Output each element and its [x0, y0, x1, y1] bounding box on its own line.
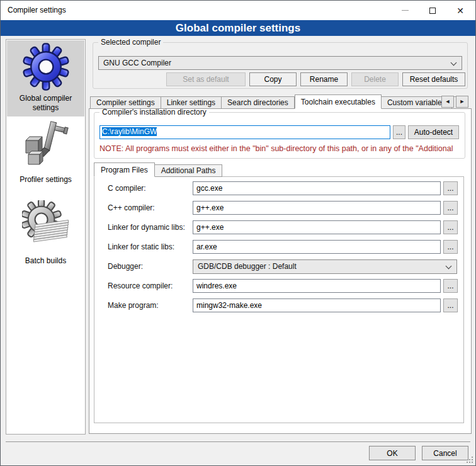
program-files-page: C compiler: ... C++ compiler: ... Linker…: [94, 176, 464, 423]
reset-defaults-button[interactable]: Reset defaults: [402, 72, 465, 86]
sidebar: Global compiler settings: [6, 39, 86, 435]
resource-compiler-browse-button[interactable]: ...: [443, 279, 458, 293]
sidebar-item-global-compiler-settings[interactable]: Global compiler settings: [7, 40, 84, 116]
auto-detect-button[interactable]: Auto-detect: [408, 125, 459, 139]
debugger-select[interactable]: GDB/CDB debugger : Default: [193, 259, 457, 274]
sidebar-item-label: Batch builds: [7, 256, 84, 266]
resize-grip-icon[interactable]: [467, 457, 473, 463]
close-button[interactable]: ✕: [446, 1, 474, 20]
tab-toolchain-executables[interactable]: Toolchain executables: [295, 94, 382, 109]
cpp-compiler-browse-button[interactable]: ...: [443, 201, 458, 215]
footer-divider: [6, 441, 470, 442]
resource-compiler-label: Resource compiler:: [108, 279, 173, 293]
cpp-compiler-label: C++ compiler:: [108, 201, 155, 215]
ok-button[interactable]: OK: [369, 446, 416, 460]
sidebar-item-label: Global compiler settings: [7, 94, 84, 113]
toolchain-executables-page: Compiler's installation directory C:\ray…: [89, 108, 472, 434]
c-compiler-input[interactable]: [193, 181, 441, 195]
caliper-icon: [22, 119, 70, 167]
install-dir-group: Compiler's installation directory C:\ray…: [94, 112, 465, 159]
selected-compiler-group: Selected compiler GNU GCC Compiler Set a…: [93, 42, 468, 89]
resource-compiler-input[interactable]: [193, 279, 441, 293]
maximize-icon: [429, 8, 436, 14]
linker-dynamic-label: Linker for dynamic libs:: [108, 220, 185, 234]
c-compiler-browse-button[interactable]: ...: [443, 181, 458, 195]
tab-scroll-right-button[interactable]: ►: [456, 96, 468, 108]
make-program-input[interactable]: [193, 298, 441, 312]
linker-static-input[interactable]: [193, 240, 441, 254]
window-title: Compiler settings: [8, 1, 66, 20]
make-program-label: Make program:: [108, 298, 159, 312]
window-titlebar: Compiler settings ✕: [1, 1, 475, 20]
linker-static-label: Linker for static libs:: [108, 240, 174, 254]
rename-button[interactable]: Rename: [300, 72, 348, 86]
linker-dynamic-input[interactable]: [193, 220, 441, 234]
linker-dynamic-browse-button[interactable]: ...: [443, 220, 458, 234]
gear-stack-icon: [22, 200, 70, 248]
gear-blue-icon: [22, 43, 70, 91]
copy-button[interactable]: Copy: [249, 72, 297, 86]
tab-compiler-settings[interactable]: Compiler settings: [90, 96, 161, 109]
subtab-program-files[interactable]: Program Files: [94, 162, 155, 177]
tab-search-directories[interactable]: Search directories: [222, 96, 295, 109]
make-program-browse-button[interactable]: ...: [443, 298, 458, 312]
c-compiler-label: C compiler:: [108, 181, 146, 195]
install-dir-input[interactable]: C:\raylib\MinGW: [99, 125, 390, 139]
selected-compiler-group-label: Selected compiler: [98, 38, 163, 47]
subtab-additional-paths[interactable]: Additional Paths: [155, 164, 223, 177]
close-icon: ✕: [456, 6, 464, 15]
page-title: Global compiler settings: [1, 20, 475, 36]
tab-linker-settings[interactable]: Linker settings: [161, 96, 222, 109]
cancel-button[interactable]: Cancel: [422, 446, 468, 460]
minimize-icon: [402, 10, 409, 11]
toolchain-subtabstrip: Program Files Additional Paths: [94, 162, 222, 177]
install-dir-group-label: Compiler's installation directory: [99, 108, 209, 116]
note-text: NOTE: All programs must exist either in …: [99, 144, 463, 153]
compiler-select[interactable]: GNU GCC Compiler: [98, 56, 462, 70]
sidebar-item-batch-builds[interactable]: Batch builds: [7, 200, 84, 266]
minimize-button[interactable]: [391, 1, 419, 20]
install-dir-selected-text: C:\raylib\MinGW: [102, 127, 157, 136]
debugger-label: Debugger:: [108, 259, 143, 273]
tab-scroll-buttons: ◄ ►: [441, 96, 468, 108]
chevron-down-icon: [446, 263, 452, 270]
window-caption-buttons: ✕: [391, 1, 474, 20]
maximize-button[interactable]: [419, 1, 446, 20]
install-dir-browse-button[interactable]: ...: [393, 125, 405, 139]
settings-tabstrip: Compiler settings Linker settings Search…: [90, 94, 438, 109]
delete-button[interactable]: Delete: [351, 72, 399, 86]
cpp-compiler-input[interactable]: [193, 201, 441, 215]
set-as-default-button[interactable]: Set as default: [166, 72, 246, 86]
compiler-settings-dialog: Compiler settings ✕ Global compiler sett…: [0, 0, 476, 466]
chevron-down-icon: [451, 60, 457, 66]
sidebar-item-label: Profiler settings: [7, 175, 84, 185]
linker-static-browse-button[interactable]: ...: [443, 240, 458, 254]
sidebar-item-profiler-settings[interactable]: Profiler settings: [7, 119, 84, 185]
tab-scroll-left-button[interactable]: ◄: [441, 96, 454, 108]
